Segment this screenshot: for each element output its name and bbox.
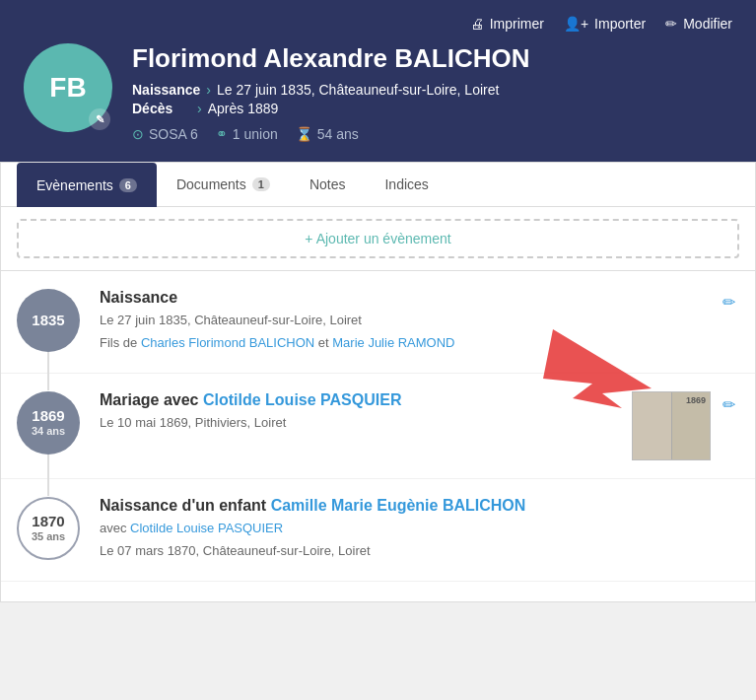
avatar-initials: FB bbox=[49, 72, 86, 104]
doc-year-label: 1869 bbox=[686, 395, 706, 405]
add-event-bar: + Ajouter un évènement bbox=[1, 207, 755, 271]
event-content-child-birth: Naissance d'un enfant Camille Marie Eugè… bbox=[100, 497, 739, 563]
person-header: 🖨 Imprimer 👤+ Importer ✏ Modifier FB ✎ F… bbox=[0, 0, 756, 162]
tab-indices[interactable]: Indices bbox=[365, 163, 447, 206]
tab-documents-label: Documents bbox=[176, 176, 246, 192]
thumbnail-page-left bbox=[633, 392, 672, 459]
edit-icon: ✏ bbox=[665, 16, 677, 32]
sosa-meta: ⊙ SOSA 6 bbox=[132, 126, 198, 142]
print-action[interactable]: 🖨 Imprimer bbox=[470, 16, 544, 32]
year-bubble-1835: 1835 bbox=[17, 289, 80, 352]
event-parents-label: Fils de bbox=[100, 335, 141, 350]
death-value: Après 1889 bbox=[208, 101, 279, 116]
spouse-link[interactable]: Clotilde Louise PASQUIER bbox=[203, 391, 402, 408]
event-row-birth: Naissance Le 27 juin 1835, Châteauneuf-s… bbox=[100, 289, 739, 355]
tab-indices-label: Indices bbox=[384, 176, 428, 192]
birth-label: Naissance bbox=[132, 82, 200, 98]
import-label: Importer bbox=[594, 16, 646, 32]
event-edit-birth[interactable]: ✏ bbox=[719, 289, 739, 315]
death-detail: Décès › Après 1889 bbox=[132, 101, 732, 116]
event-desc-birth: Le 27 juin 1835, Châteauneuf-sur-Loire, … bbox=[100, 311, 711, 330]
event-connector: et bbox=[314, 335, 332, 350]
person-meta: ⊙ SOSA 6 ⚭ 1 union ⌛ 54 ans bbox=[132, 126, 732, 142]
timeline: 1835 Naissance Le 27 juin 1835, Châteaun… bbox=[1, 271, 755, 601]
content-area: Evènements 6 Documents 1 Notes Indices +… bbox=[0, 162, 756, 602]
avatar: FB ✎ bbox=[24, 43, 112, 132]
father-link[interactable]: Charles Florimond BALICHON bbox=[141, 335, 314, 350]
person-name: Florimond Alexandre BALICHON bbox=[132, 43, 732, 74]
birth-detail: Naissance › Le 27 juin 1835, Châteauneuf… bbox=[132, 82, 732, 98]
header-body: FB ✎ Florimond Alexandre BALICHON Naissa… bbox=[24, 43, 732, 142]
age-value: 54 ans bbox=[317, 126, 359, 142]
event-content-marriage: Mariage avec Clotilde Louise PASQUIER Le… bbox=[100, 391, 620, 436]
with-person-link[interactable]: Clotilde Louise PASQUIER bbox=[130, 521, 283, 535]
event-desc-marriage: Le 10 mai 1869, Pithiviers, Loiret bbox=[100, 413, 620, 433]
birth-value: Le 27 juin 1835, Châteauneuf-sur-Loire, … bbox=[217, 82, 499, 98]
print-icon: 🖨 bbox=[470, 16, 484, 32]
event-edit-marriage[interactable]: ✏ bbox=[719, 391, 739, 418]
event-row-child-birth: Naissance d'un enfant Camille Marie Eugè… bbox=[100, 497, 739, 563]
event-item-child-birth: 1870 35 ans Naissance d'un enfant Camill… bbox=[1, 479, 755, 582]
person-info: Florimond Alexandre BALICHON Naissance ›… bbox=[132, 43, 732, 142]
age-label-1869: 34 ans bbox=[32, 425, 65, 438]
event-with-label: avec Clotilde Louise PASQUIER bbox=[100, 519, 739, 538]
unions-meta: ⚭ 1 union bbox=[216, 126, 278, 142]
hourglass-icon: ⌛ bbox=[296, 126, 312, 142]
event-item-marriage: 1869 34 ans Mariage avec Clotilde Louise… bbox=[1, 374, 755, 479]
event-title-marriage: Mariage avec Clotilde Louise PASQUIER bbox=[100, 391, 620, 409]
event-parents-birth: Fils de Charles Florimond BALICHON et Ma… bbox=[100, 333, 711, 353]
marriage-title-text: Mariage avec bbox=[100, 391, 203, 408]
year-bubble-1869: 1869 34 ans bbox=[17, 391, 80, 455]
tab-events-badge: 6 bbox=[119, 178, 137, 192]
pencil-icon: ✎ bbox=[96, 113, 104, 126]
age-meta: ⌛ 54 ans bbox=[296, 126, 359, 142]
tab-notes[interactable]: Notes bbox=[290, 163, 366, 206]
event-item-birth: 1835 Naissance Le 27 juin 1835, Châteaun… bbox=[1, 271, 755, 374]
age-label-1870: 35 ans bbox=[32, 530, 65, 543]
year-label-1835: 1835 bbox=[32, 312, 64, 329]
event-title-birth: Naissance bbox=[100, 289, 711, 307]
avatar-edit-button[interactable]: ✎ bbox=[89, 108, 110, 130]
sosa-value: SOSA 6 bbox=[149, 126, 198, 142]
year-bubble-1870: 1870 35 ans bbox=[17, 497, 80, 560]
mother-link[interactable]: Marie Julie RAMOND bbox=[332, 335, 454, 350]
rings-icon: ⚭ bbox=[216, 126, 228, 142]
import-icon: 👤+ bbox=[564, 16, 588, 32]
tab-documents-badge: 1 bbox=[252, 177, 270, 191]
edit-label: Modifier bbox=[683, 16, 732, 32]
child-link[interactable]: Camille Marie Eugènie BALICHON bbox=[271, 497, 526, 514]
tabs-bar: Evènements 6 Documents 1 Notes Indices bbox=[1, 163, 755, 207]
with-label: avec bbox=[100, 521, 130, 535]
year-label-1870: 1870 bbox=[32, 513, 64, 530]
child-birth-title-text: Naissance d'un enfant bbox=[100, 497, 271, 514]
tab-events-label: Evènements bbox=[36, 177, 113, 193]
sosa-icon: ⊙ bbox=[132, 126, 144, 142]
add-event-label: + Ajouter un évènement bbox=[305, 231, 450, 246]
tab-events[interactable]: Evènements 6 bbox=[17, 163, 157, 207]
event-content-birth: Naissance Le 27 juin 1835, Châteauneuf-s… bbox=[100, 289, 711, 355]
tab-notes-label: Notes bbox=[309, 176, 346, 192]
document-thumbnail[interactable]: 1869 bbox=[632, 391, 711, 460]
birth-arrow-icon: › bbox=[206, 82, 211, 98]
death-label: Décès bbox=[132, 101, 191, 116]
event-desc-child-birth: Le 07 mars 1870, Châteauneuf-sur-Loire, … bbox=[100, 541, 739, 561]
add-event-button[interactable]: + Ajouter un évènement bbox=[17, 219, 739, 258]
unions-value: 1 union bbox=[233, 126, 278, 142]
event-row-marriage: Mariage avec Clotilde Louise PASQUIER Le… bbox=[100, 391, 739, 460]
event-title-child-birth: Naissance d'un enfant Camille Marie Eugè… bbox=[100, 497, 739, 515]
edit-action[interactable]: ✏ Modifier bbox=[665, 16, 732, 32]
death-arrow-icon: › bbox=[197, 101, 202, 116]
year-label-1869: 1869 bbox=[32, 407, 64, 425]
import-action[interactable]: 👤+ Importer bbox=[564, 16, 646, 32]
header-actions: 🖨 Imprimer 👤+ Importer ✏ Modifier bbox=[24, 16, 732, 32]
tab-documents[interactable]: Documents 1 bbox=[157, 163, 290, 206]
print-label: Imprimer bbox=[490, 16, 544, 32]
